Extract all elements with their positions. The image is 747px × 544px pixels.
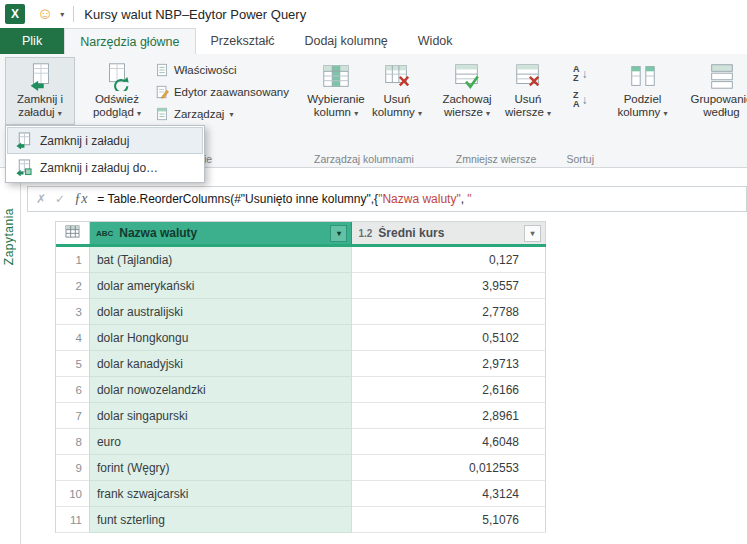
row-number[interactable]: 4 — [56, 325, 90, 351]
table-row: 9 forint (Węgry) 0,012553 — [56, 455, 546, 481]
dropdown-caret-icon: ▾ — [418, 109, 422, 118]
sort-ascending-button[interactable]: AZ ↓ — [573, 65, 588, 83]
fx-icon: ƒx — [74, 191, 87, 207]
choose-columns-label-line1: Wybieranie — [307, 93, 364, 106]
keep-rows-label-line2: wiersze ▾ — [444, 106, 490, 120]
choose-columns-icon — [321, 61, 351, 91]
refresh-icon — [102, 61, 132, 91]
close-load-icon — [25, 61, 55, 91]
choose-columns-label-line2: kolumn ▾ — [314, 106, 358, 120]
cell-rate-value[interactable]: 4,3124 — [352, 481, 546, 507]
manage-button[interactable]: Zarządzaj ▾ — [151, 105, 293, 123]
tab-home[interactable]: Narzędzia główne — [64, 28, 195, 54]
cell-rate-value[interactable]: 2,9713 — [352, 351, 546, 377]
ribbon-group-transform: Podziel kolumny ▾ Grupowanie według — [599, 54, 747, 167]
cell-rate-value[interactable]: 2,6166 — [352, 377, 546, 403]
close-and-load-menu: Zamknij i załaduj Zamknij i załaduj do… — [5, 125, 205, 183]
choose-columns-button[interactable]: Wybieranie kolumn ▾ — [303, 57, 369, 125]
group-by-button[interactable]: Grupowanie według — [687, 57, 747, 125]
row-number[interactable]: 3 — [56, 299, 90, 325]
split-column-icon — [628, 61, 658, 91]
formula-accept-icon[interactable]: ✓ — [55, 192, 65, 206]
table-row: 1 bat (Tajlandia) 0,127 — [56, 247, 546, 273]
filter-dropdown-button[interactable]: ▾ — [330, 225, 347, 242]
row-number[interactable]: 2 — [56, 273, 90, 299]
tab-view[interactable]: Widok — [403, 28, 468, 54]
smiley-feedback-icon[interactable]: ☺ — [37, 6, 53, 22]
properties-button[interactable]: Właściwości — [151, 61, 293, 79]
close-load-label-line1: Zamknij i — [17, 93, 63, 106]
row-number[interactable]: 7 — [56, 403, 90, 429]
column-label: Średni kurs — [378, 226, 518, 240]
remove-columns-label-line1: Usuń — [384, 93, 411, 106]
row-number[interactable]: 9 — [56, 455, 90, 481]
ribbon-group-manage-columns: Wybieranie kolumn ▾ Usuń kolumny ▾ Zarzą… — [298, 54, 430, 167]
manage-icon — [155, 107, 169, 121]
sort-az-icon: AZ — [573, 65, 580, 83]
cell-rate-value[interactable]: 3,9557 — [352, 273, 546, 299]
row-number[interactable]: 10 — [56, 481, 90, 507]
cell-currency-name[interactable]: frank szwajcarski — [90, 481, 352, 507]
cell-rate-value[interactable]: 0,5102 — [352, 325, 546, 351]
sort-descending-button[interactable]: ZA ↓ — [573, 91, 588, 109]
remove-columns-label-line2: kolumny ▾ — [372, 106, 422, 120]
cell-rate-value[interactable]: 4,6048 — [352, 429, 546, 455]
cell-currency-name[interactable]: forint (Węgry) — [90, 455, 352, 481]
ribbon-group-sort: AZ ↓ ZA ↓ Sortuj — [562, 54, 599, 167]
queries-pane-collapsed[interactable]: ◄ Zapytania — [0, 168, 21, 544]
cell-currency-name[interactable]: dolar amerykański — [90, 273, 352, 299]
column-header-currency-name[interactable]: ABC Nazwa waluty ▾ — [90, 222, 352, 244]
cell-currency-name[interactable]: dolar nowozelandzki — [90, 377, 352, 403]
cell-currency-name[interactable]: dolar kanadyjski — [90, 351, 352, 377]
cell-currency-name[interactable]: dolar Hongkongu — [90, 325, 352, 351]
menu-item-close-and-load-to[interactable]: Zamknij i załaduj do… — [7, 154, 203, 181]
cell-currency-name[interactable]: dolar singapurski — [90, 403, 352, 429]
properties-label: Właściwości — [174, 64, 237, 76]
split-column-label-line2: kolumny ▾ — [617, 106, 667, 120]
group-by-label-line2: według — [703, 106, 739, 119]
column-header-average-rate[interactable]: 1.2 Średni kurs ▾ — [352, 222, 546, 244]
cell-rate-value[interactable]: 0,012553 — [352, 455, 546, 481]
close-and-load-button[interactable]: Zamknij i załaduj ▾ — [5, 57, 75, 125]
row-number[interactable]: 5 — [56, 351, 90, 377]
table-row: 4 dolar Hongkongu 0,5102 — [56, 325, 546, 351]
row-number[interactable]: 8 — [56, 429, 90, 455]
formula-cancel-icon[interactable]: ✗ — [36, 192, 46, 206]
close-load-menu-icon — [15, 132, 32, 149]
cell-rate-value[interactable]: 2,7788 — [352, 299, 546, 325]
refresh-label-line2: podgląd ▾ — [93, 106, 141, 120]
dropdown-caret-icon: ▾ — [664, 109, 668, 118]
refresh-preview-button[interactable]: Odśwież podgląd ▾ — [85, 57, 149, 125]
advanced-editor-icon — [155, 85, 169, 99]
keep-rows-button[interactable]: Zachowaj wiersze ▾ — [435, 57, 499, 125]
row-number[interactable]: 6 — [56, 377, 90, 403]
tab-transform[interactable]: Przekształć — [196, 28, 290, 54]
cell-currency-name[interactable]: dolar australijski — [90, 299, 352, 325]
cell-currency-name[interactable]: euro — [90, 429, 352, 455]
cell-rate-value[interactable]: 5,1076 — [352, 507, 546, 533]
tab-file[interactable]: Plik — [0, 28, 64, 54]
table-menu-button[interactable] — [56, 222, 90, 244]
remove-rows-label-line2: wiersze ▾ — [505, 106, 551, 120]
remove-columns-button[interactable]: Usuń kolumny ▾ — [369, 57, 425, 125]
tab-add-column[interactable]: Dodaj kolumnę — [289, 28, 402, 54]
advanced-editor-button[interactable]: Edytor zaawansowany — [151, 83, 293, 101]
editor-content: ◄ Zapytania ✗ ✓ ƒx = Table.ReorderColumn… — [0, 168, 747, 544]
formula-input[interactable]: = Table.ReorderColumns(#"Usunięto inne k… — [97, 192, 746, 206]
sort-arrow-icon: ↓ — [582, 67, 588, 81]
cell-rate-value[interactable]: 0,127 — [352, 247, 546, 273]
cell-rate-value[interactable]: 2,8961 — [352, 403, 546, 429]
row-number[interactable]: 11 — [56, 507, 90, 533]
queries-pane-label[interactable]: Zapytania — [2, 208, 16, 265]
filter-dropdown-button[interactable]: ▾ — [524, 225, 541, 242]
quick-access-caret-icon[interactable]: ▾ — [60, 10, 64, 19]
ribbon-group-reduce-rows: Zachowaj wiersze ▾ Usuń wiersze ▾ Zmniej… — [430, 54, 562, 167]
menu-item-close-and-load[interactable]: Zamknij i załaduj — [7, 127, 203, 154]
split-column-button[interactable]: Podziel kolumny ▾ — [611, 57, 675, 125]
cell-currency-name[interactable]: funt szterling — [90, 507, 352, 533]
cell-currency-name[interactable]: bat (Tajlandia) — [90, 247, 352, 273]
manage-label: Zarządzaj — [174, 108, 225, 120]
remove-rows-button[interactable]: Usuń wiersze ▾ — [499, 57, 557, 125]
row-number[interactable]: 1 — [56, 247, 90, 273]
refresh-label-line1: Odśwież — [95, 93, 139, 106]
